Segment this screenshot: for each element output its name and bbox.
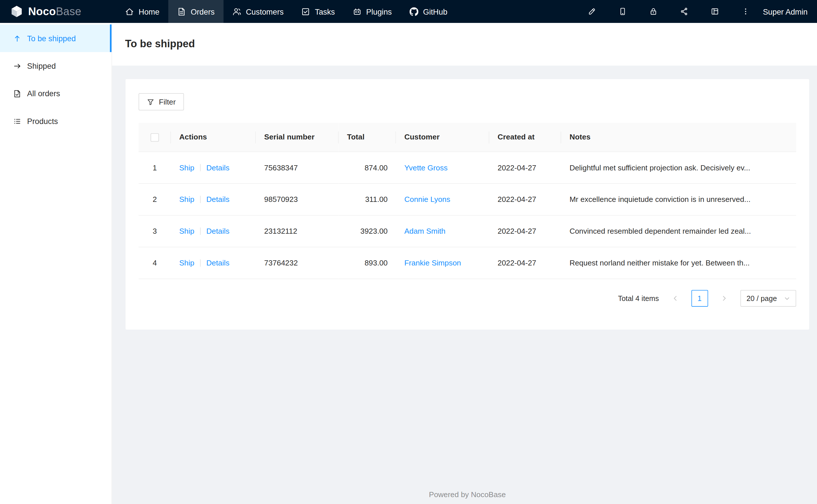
footer: Powered by NocoBase [125, 480, 809, 504]
action-divider [200, 259, 201, 266]
nav-item-home[interactable]: Home [116, 0, 168, 23]
filter-button[interactable]: Filter [138, 93, 184, 110]
details-link[interactable]: Details [207, 195, 230, 204]
nav-item-label: GitHub [423, 7, 447, 16]
customers-icon [232, 7, 241, 16]
nav-item-orders[interactable]: Orders [168, 0, 223, 23]
table-row: 2 ShipDetails 98570923 311.00 Connie Lyo… [138, 184, 796, 215]
main-area: To be shipped Filter [112, 23, 817, 504]
nav-item-label: Tasks [315, 7, 335, 16]
ship-link[interactable]: Ship [179, 195, 194, 204]
nav-item-label: Customers [246, 7, 284, 16]
nocobase-logo[interactable]: NocoBase [0, 0, 112, 23]
table-row: 3 ShipDetails 23132112 3923.00 Adam Smit… [138, 215, 796, 247]
action-divider [200, 228, 201, 235]
sidebar-item-label: Shipped [27, 62, 56, 70]
cell-serial-number: 23132112 [256, 215, 339, 247]
layout-icon [710, 7, 719, 15]
navbar-right-actions: Super Admin [576, 0, 817, 23]
cell-serial-number: 98570923 [256, 184, 339, 215]
filter-button-label: Filter [159, 98, 176, 106]
sidebar: To be shipped Shipped All orders Product… [0, 23, 112, 504]
sidebar-item-label: To be shipped [27, 34, 76, 43]
layout-button[interactable] [699, 0, 730, 23]
select-all-checkbox[interactable] [150, 133, 159, 142]
page-title: To be shipped [125, 36, 804, 51]
row-actions: ShipDetails [171, 184, 256, 215]
column-header-serial-number: Serial number [256, 123, 339, 152]
row-index: 4 [138, 247, 171, 279]
table-row: 1 ShipDetails 75638347 874.00 Yvette Gro… [138, 152, 796, 184]
cell-total: 311.00 [339, 184, 396, 215]
arrow-right-icon [13, 62, 21, 70]
previous-page-button[interactable] [667, 290, 684, 307]
more-button[interactable] [730, 0, 761, 23]
plugins-icon [353, 7, 362, 16]
nav-item-github[interactable]: GitHub [401, 0, 456, 23]
sidebar-item-label: Products [27, 117, 58, 125]
cell-customer: Frankie Simpson [396, 247, 489, 279]
cell-serial-number: 73764232 [256, 247, 339, 279]
row-actions: ShipDetails [171, 152, 256, 184]
column-header-total: Total [339, 123, 396, 152]
customer-link[interactable]: Adam Smith [404, 227, 445, 235]
page-size-value: 20 / page [747, 294, 777, 302]
details-link[interactable]: Details [207, 259, 230, 267]
cell-created-at: 2022-04-27 [489, 215, 561, 247]
column-header-notes: Notes [561, 123, 796, 152]
nav-item-label: Orders [190, 7, 215, 16]
nav-item-tasks[interactable]: Tasks [292, 0, 344, 23]
sidebar-item-to-be-shipped[interactable]: To be shipped [0, 24, 111, 52]
chevron-right-icon [721, 295, 727, 302]
cell-created-at: 2022-04-27 [489, 152, 561, 184]
column-header-customer: Customer [396, 123, 489, 152]
chevron-left-icon [672, 295, 678, 302]
customer-link[interactable]: Frankie Simpson [404, 259, 461, 267]
details-link[interactable]: Details [207, 227, 230, 235]
orders-table-card: Filter Actions Serial number Total Custo… [125, 79, 809, 330]
details-link[interactable]: Details [207, 164, 230, 172]
table-row: 4 ShipDetails 73764232 893.00 Frankie Si… [138, 247, 796, 279]
arrow-up-icon [13, 34, 21, 42]
mobile-preview-button[interactable] [607, 0, 638, 23]
ship-link[interactable]: Ship [179, 227, 194, 235]
cell-created-at: 2022-04-27 [489, 184, 561, 215]
column-header-actions: Actions [171, 123, 256, 152]
row-actions: ShipDetails [171, 215, 256, 247]
cell-total: 3923.00 [339, 215, 396, 247]
action-divider [200, 196, 201, 203]
select-all-header [138, 123, 171, 152]
ship-link[interactable]: Ship [179, 164, 194, 172]
api-button[interactable] [669, 0, 699, 23]
row-actions: ShipDetails [171, 247, 256, 279]
customer-link[interactable]: Yvette Gross [404, 164, 447, 172]
next-page-button[interactable] [716, 290, 733, 307]
content-area: Filter Actions Serial number Total Custo… [112, 66, 817, 504]
nav-item-customers[interactable]: Customers [223, 0, 292, 23]
sidebar-item-label: All orders [27, 89, 60, 98]
share-nodes-icon [680, 7, 688, 15]
page-size-select[interactable]: 20 / page [740, 290, 796, 307]
logo-text: NocoBase [28, 5, 81, 18]
cell-total: 874.00 [339, 152, 396, 184]
page-number-1[interactable]: 1 [691, 290, 708, 307]
user-menu[interactable]: Super Admin [761, 7, 812, 16]
more-icon [741, 7, 750, 15]
ship-link[interactable]: Ship [179, 259, 194, 267]
cell-created-at: 2022-04-27 [489, 247, 561, 279]
sidebar-item-shipped[interactable]: Shipped [0, 52, 111, 80]
lock-button[interactable] [638, 0, 669, 23]
customer-link[interactable]: Connie Lyons [404, 195, 450, 204]
nav-item-plugins[interactable]: Plugins [344, 0, 400, 23]
cell-customer: Yvette Gross [396, 152, 489, 184]
ui-editor-button[interactable] [576, 0, 607, 23]
file-check-icon [13, 89, 21, 98]
top-navbar: NocoBase Home Orders Customers [0, 0, 817, 23]
sidebar-item-products[interactable]: Products [0, 107, 111, 135]
nav-item-label: Plugins [366, 7, 392, 16]
cell-total: 893.00 [339, 247, 396, 279]
home-icon [125, 7, 134, 16]
page-header: To be shipped [112, 23, 817, 66]
table-header-row: Actions Serial number Total Customer Cre… [138, 123, 796, 152]
sidebar-item-all-orders[interactable]: All orders [0, 80, 111, 107]
